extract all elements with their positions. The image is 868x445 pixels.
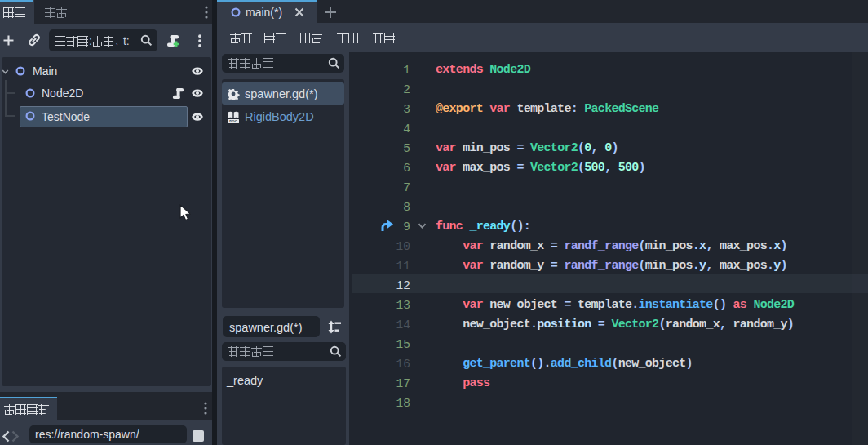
svg-text:DOC: DOC bbox=[229, 119, 237, 123]
